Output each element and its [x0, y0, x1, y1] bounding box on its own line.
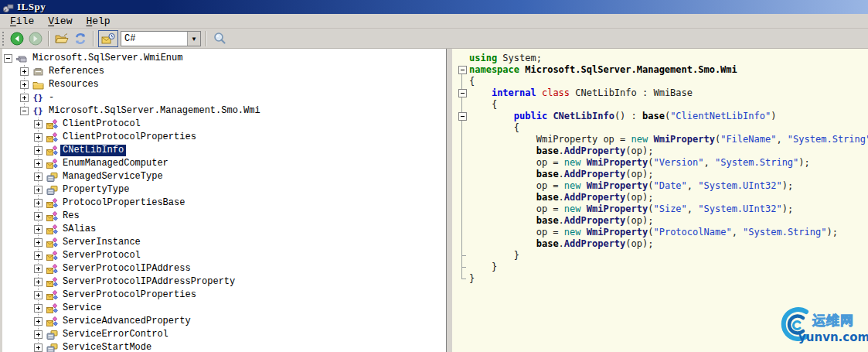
tree-node-clientprotocolproperties[interactable]: ClientProtocolProperties — [2, 131, 446, 144]
tree-node-serverprotocolipaddress[interactable]: ServerProtocolIPAddress — [2, 262, 446, 275]
open-button[interactable] — [53, 30, 70, 47]
class-icon — [46, 250, 58, 261]
expand-icon[interactable] — [34, 173, 43, 181]
chevron-down-icon[interactable]: ▼ — [187, 32, 200, 46]
tree-node-serverprotocolipaddressproperty[interactable]: ServerProtocolIPAddressProperty — [2, 275, 446, 289]
class-icon — [46, 145, 58, 156]
tree-node-label: Microsoft.SqlServer.WmiEnum — [30, 53, 185, 64]
class-icon — [46, 158, 58, 169]
expand-icon[interactable] — [34, 186, 43, 194]
tree-node-label: ClientProtocolProperties — [60, 132, 199, 143]
internal-members-icon — [101, 32, 115, 45]
language-select[interactable]: C# ▼ — [121, 31, 201, 46]
collapse-icon[interactable] — [4, 54, 12, 63]
code-line: public CNetLibInfo() : base("ClientNetLi… — [455, 111, 868, 122]
tree-node-res[interactable]: Res — [2, 210, 446, 223]
enum-icon — [46, 342, 58, 352]
expand-icon[interactable] — [20, 67, 29, 76]
tree-node-label: ManagedServiceType — [60, 171, 165, 183]
tree-node-propertytype[interactable]: PropertyType — [2, 183, 446, 197]
expand-icon[interactable] — [34, 278, 43, 286]
code-line: op = new WmiProperty("Version", "System.… — [455, 157, 868, 169]
expand-icon[interactable] — [20, 94, 29, 102]
tree-node-label: SAlias — [60, 224, 98, 235]
watermark-site-name: 运维网 — [812, 312, 854, 330]
tree-node-references[interactable]: References — [2, 65, 446, 78]
tree-node-serverprotocol[interactable]: ServerProtocol — [2, 249, 446, 262]
pane-splitter[interactable] — [447, 49, 452, 352]
enum-icon — [46, 171, 58, 183]
back-button[interactable] — [9, 30, 26, 47]
expand-icon[interactable] — [34, 251, 43, 260]
tree-node-label: ServiceAdvancedProperty — [60, 316, 193, 327]
tree-node-serverprotocolproperties[interactable]: ServerProtocolProperties — [2, 289, 446, 302]
assembly-tree[interactable]: Microsoft.SqlServer.WmiEnumReferencesRes… — [2, 49, 447, 352]
fold-collapse-icon[interactable] — [455, 87, 469, 99]
tree-node--[interactable]: {}- — [2, 91, 446, 104]
show-internal-toggle[interactable] — [98, 30, 118, 47]
toolbar-grip[interactable] — [2, 32, 5, 46]
search-button[interactable] — [211, 30, 228, 47]
collapse-icon[interactable] — [20, 107, 29, 115]
expand-icon[interactable] — [34, 120, 43, 128]
tree-node-salias[interactable]: SAlias — [2, 223, 446, 236]
app-icon — [2, 2, 14, 12]
tree-node-clientprotocol[interactable]: ClientProtocol — [2, 118, 446, 131]
tree-node-label: Resources — [46, 79, 101, 91]
tree-node-microsoft-sqlserver-wmienum[interactable]: Microsoft.SqlServer.WmiEnum — [2, 52, 446, 65]
tree-node-managedservicetype[interactable]: ManagedServiceType — [2, 170, 446, 183]
code-line: op = new WmiProperty("ProtocolName", "Sy… — [455, 227, 868, 238]
expand-icon[interactable] — [34, 343, 43, 352]
tree-node-label: ServiceStartMode — [60, 342, 154, 352]
fold-collapse-icon[interactable] — [455, 64, 469, 76]
tree-node-cnetlibinfo[interactable]: CNetLibInfo — [2, 144, 446, 157]
menu-help[interactable]: Help — [79, 15, 117, 28]
expand-icon[interactable] — [34, 291, 43, 299]
refresh-button[interactable] — [72, 30, 89, 47]
tree-node-resources[interactable]: Resources — [2, 78, 446, 91]
fold-margin — [455, 227, 469, 238]
expand-icon[interactable] — [34, 317, 43, 326]
expand-icon[interactable] — [34, 238, 43, 247]
tree-node-microsoft-sqlserver-management-smo-wmi[interactable]: {}Microsoft.SqlServer.Management.Smo.Wmi — [2, 104, 446, 118]
expand-icon[interactable] — [20, 80, 29, 89]
class-icon — [46, 316, 58, 327]
expand-icon[interactable] — [34, 212, 43, 220]
expand-icon[interactable] — [34, 225, 43, 234]
class-icon — [46, 118, 58, 130]
expand-icon[interactable] — [34, 199, 43, 207]
forward-icon — [29, 32, 43, 46]
tree-node-serverinstance[interactable]: ServerInstance — [2, 236, 446, 249]
class-icon — [46, 210, 58, 222]
window-title: ILSpy — [17, 1, 46, 13]
fold-margin — [455, 99, 469, 111]
assembly-icon — [15, 53, 28, 64]
tree-node-service[interactable]: Service — [2, 302, 446, 315]
tree-node-label: References — [46, 66, 107, 77]
tree-node-label: CNetLibInfo — [60, 145, 126, 156]
fold-margin — [455, 76, 469, 87]
tree-node-protocolpropertiesbase[interactable]: ProtocolPropertiesBase — [2, 197, 446, 210]
expand-icon[interactable] — [34, 330, 43, 339]
menu-file[interactable]: File — [3, 15, 41, 28]
code-line: op = new WmiProperty("Date", "System.UIn… — [455, 180, 868, 192]
fold-collapse-icon[interactable] — [455, 111, 469, 122]
expand-icon[interactable] — [34, 265, 43, 273]
tree-node-serviceerrorcontrol[interactable]: ServiceErrorControl — [2, 328, 446, 341]
expand-icon[interactable] — [34, 159, 43, 168]
expand-icon[interactable] — [34, 304, 43, 313]
code-line: namespace Microsoft.SqlServer.Management… — [455, 64, 868, 76]
toolbar-separator — [206, 31, 207, 46]
enum-icon — [46, 329, 58, 340]
tree-node-servicestartmode[interactable]: ServiceStartMode — [2, 341, 446, 352]
decompiled-code-view[interactable]: using System;namespace Microsoft.SqlServ… — [452, 49, 868, 352]
expand-icon[interactable] — [34, 146, 43, 155]
expand-icon[interactable] — [34, 133, 43, 142]
tree-node-label: ServiceErrorControl — [60, 329, 171, 340]
open-folder-icon — [55, 32, 70, 45]
forward-button[interactable] — [27, 30, 44, 47]
tree-node-serviceadvancedproperty[interactable]: ServiceAdvancedProperty — [2, 315, 446, 328]
tree-node-label: ServerInstance — [60, 237, 143, 248]
tree-node-enummanagedcomputer[interactable]: EnumManagedComputer — [2, 157, 446, 170]
menu-view[interactable]: View — [41, 15, 79, 28]
